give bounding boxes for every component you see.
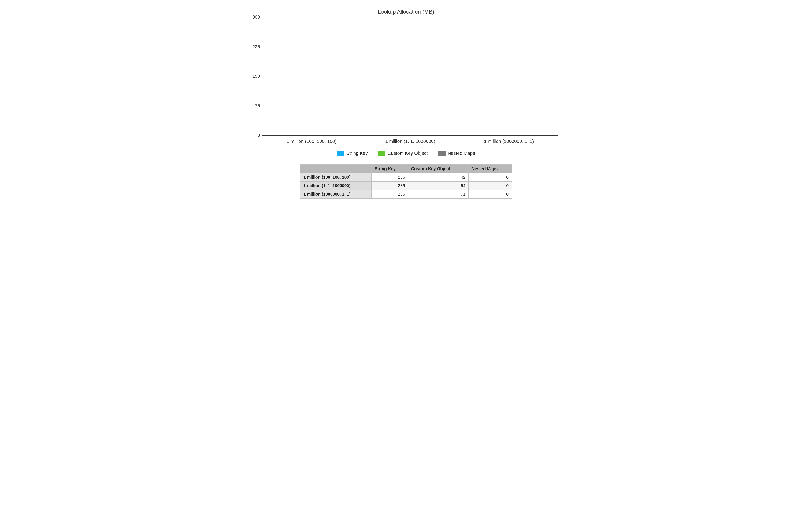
legend-label: String Key	[346, 151, 368, 156]
y-tick-label: 75	[250, 103, 260, 109]
bar-nested	[423, 135, 446, 135]
y-tick-label: 300	[250, 15, 260, 20]
table-row: 1 million (100, 100, 100)236420	[300, 173, 512, 182]
table-header: String Key	[372, 165, 408, 173]
plot-area: 075150225300	[262, 17, 558, 136]
table-cell: 0	[468, 173, 512, 182]
table-row: 1 million (1000000, 1, 1)236710	[300, 190, 512, 198]
y-tick-label: 150	[250, 74, 260, 79]
table-cell: 71	[408, 190, 469, 198]
x-axis-labels: 1 million (100, 100, 100)1 million (1, 1…	[262, 136, 558, 144]
bar-group	[460, 135, 558, 135]
chart-container: Lookup Allocation (MB) 075150225300 1 mi…	[250, 8, 562, 198]
legend: String Key Custom Key Object Nested Maps	[250, 151, 562, 156]
swatch-icon	[337, 151, 344, 156]
table-cell: 0	[468, 182, 512, 190]
x-tick-label: 1 million (100, 100, 100)	[262, 136, 361, 144]
swatch-icon	[378, 151, 385, 156]
x-tick-label: 1 million (1, 1, 1000000)	[361, 136, 460, 144]
legend-label: Custom Key Object	[387, 151, 428, 156]
x-tick-label: 1 million (1000000, 1, 1)	[460, 136, 558, 144]
table-cell: 64	[408, 182, 469, 190]
table-header: Nested Maps	[468, 165, 512, 173]
table-cell: 0	[468, 190, 512, 198]
table-corner	[300, 165, 372, 173]
row-label: 1 million (1, 1, 1000000)	[300, 182, 372, 190]
chart-title: Lookup Allocation (MB)	[250, 8, 562, 15]
table-cell: 236	[372, 190, 408, 198]
bar-group	[262, 135, 361, 135]
table-row: 1 million (1, 1, 1000000)236640	[300, 182, 512, 190]
legend-item-nested-maps: Nested Maps	[438, 151, 475, 156]
bar-nested	[324, 135, 347, 135]
table-header: Custom Key Object	[408, 165, 469, 173]
y-tick-label: 0	[250, 133, 260, 138]
row-label: 1 million (100, 100, 100)	[300, 173, 372, 182]
y-tick-label: 225	[250, 44, 260, 50]
bar-nested	[521, 135, 545, 135]
data-table: String Key Custom Key Object Nested Maps…	[300, 164, 512, 198]
table-cell: 42	[408, 173, 469, 182]
legend-label: Nested Maps	[448, 151, 475, 156]
legend-item-string-key: String Key	[337, 151, 368, 156]
row-label: 1 million (1000000, 1, 1)	[300, 190, 372, 198]
swatch-icon	[438, 151, 445, 156]
legend-item-custom-key: Custom Key Object	[378, 151, 428, 156]
table-cell: 236	[372, 182, 408, 190]
bar-group	[361, 135, 460, 135]
table-cell: 236	[372, 173, 408, 182]
